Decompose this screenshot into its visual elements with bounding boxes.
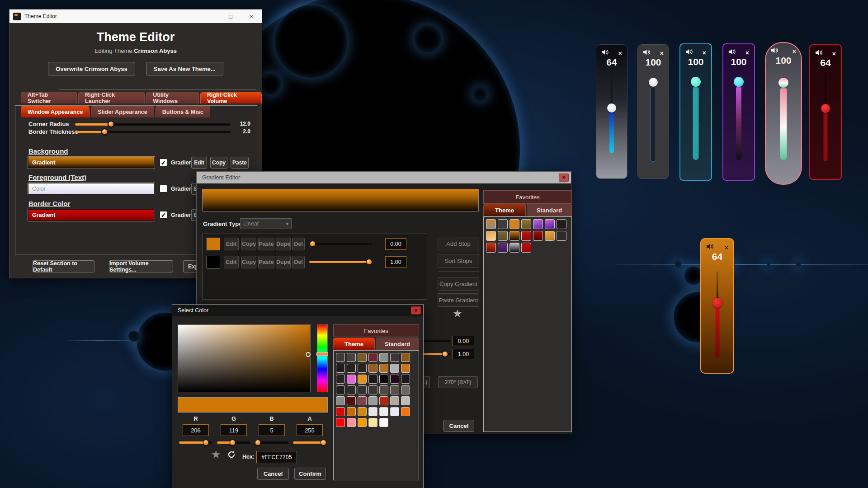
stop-offset-value[interactable]: 0.00 [385, 238, 406, 250]
color-favorite-swatch[interactable] [401, 385, 410, 394]
color-favorite-swatch[interactable] [401, 364, 410, 373]
color-favorite-swatch[interactable] [347, 353, 356, 362]
color-favorite-swatch[interactable] [379, 418, 388, 427]
color-favorite-swatch[interactable] [401, 353, 410, 362]
color-favorite-swatch[interactable] [368, 407, 377, 416]
color-favorite-swatch[interactable] [347, 385, 356, 394]
close-icon[interactable]: × [793, 48, 796, 55]
slider-handle[interactable] [255, 440, 261, 446]
color-favorite-swatch[interactable] [358, 375, 367, 384]
volume-pill-5[interactable]: ×100 [765, 42, 802, 185]
color-favorite-swatch[interactable] [336, 353, 345, 362]
color-favorite-swatch[interactable] [336, 364, 345, 373]
copy-button[interactable]: Copy [241, 238, 256, 250]
del-button[interactable]: Del [292, 256, 305, 268]
color-favorite-swatch[interactable] [379, 375, 388, 384]
color-favorite-swatch[interactable] [368, 353, 377, 362]
favorites-tab-standard[interactable]: Standard [376, 338, 419, 350]
paste-gradient-button[interactable]: Paste Gradient [438, 293, 479, 307]
gradient-favorite-swatch[interactable] [486, 243, 496, 253]
titlebar[interactable]: Select Color × [172, 305, 423, 316]
channel-slider[interactable] [217, 441, 250, 444]
channel-slider[interactable] [255, 441, 288, 444]
gradient-checkbox[interactable]: ✓ [160, 211, 167, 219]
save-as-new-theme-button[interactable]: Save As New Theme... [146, 62, 223, 75]
gradient-favorite-swatch[interactable] [521, 219, 531, 229]
speaker-icon[interactable] [815, 49, 823, 58]
color-favorite-swatch[interactable] [379, 353, 388, 362]
hue-handle[interactable] [316, 352, 328, 356]
confirm-button[interactable]: Confirm [294, 468, 326, 480]
cancel-button[interactable]: Cancel [257, 468, 289, 480]
saturation-value-picker[interactable] [178, 324, 311, 392]
gradient-favorite-swatch[interactable] [533, 231, 543, 241]
favorite-star-icon[interactable]: ★ [211, 448, 221, 461]
direction-button-270-b-t[interactable]: 270° (B>T) [438, 376, 478, 388]
close-icon[interactable]: × [411, 306, 421, 314]
speaker-icon[interactable] [601, 49, 609, 57]
slider-handle[interactable] [101, 128, 108, 135]
favorites-tab-standard[interactable]: Standard [527, 204, 572, 216]
slider-handle[interactable] [108, 121, 114, 127]
slider-handle[interactable] [442, 351, 448, 357]
speaker-icon[interactable] [685, 48, 693, 57]
favorite-star-icon[interactable]: ★ [453, 307, 462, 320]
color-favorite-swatch[interactable] [347, 375, 356, 384]
subtab-window-appearance[interactable]: Window Appearance [21, 106, 90, 117]
color-favorite-swatch[interactable] [336, 385, 345, 394]
color-favorite-swatch[interactable] [401, 407, 410, 416]
slider-handle[interactable] [366, 259, 372, 265]
titlebar[interactable]: Theme Editor – □ × [9, 9, 262, 23]
color-favorite-swatch[interactable] [390, 396, 399, 405]
gradient-checkbox[interactable] [160, 185, 167, 192]
close-icon[interactable]: × [745, 50, 749, 56]
gradient-type-select[interactable]: Linear ▾ [240, 218, 292, 229]
color-favorite-swatch[interactable] [390, 364, 399, 373]
subtab-buttons-misc[interactable]: Buttons & Misc [156, 106, 210, 117]
slider-handle[interactable] [321, 440, 326, 446]
channel-value-input[interactable]: 255 [297, 424, 323, 436]
color-favorite-swatch[interactable] [379, 364, 388, 373]
gradient-favorite-swatch[interactable] [498, 231, 508, 241]
slider-handle[interactable] [821, 104, 830, 113]
color-picker-cursor[interactable] [306, 352, 311, 357]
slider-handle[interactable] [310, 241, 316, 247]
copy-button[interactable]: Copy [210, 157, 227, 169]
close-icon[interactable]: × [241, 9, 262, 23]
color-favorite-swatch[interactable] [358, 385, 367, 394]
gradient-favorite-swatch[interactable] [486, 231, 496, 241]
color-favorite-swatch[interactable] [358, 353, 367, 362]
speaker-icon[interactable] [771, 47, 778, 56]
speaker-icon[interactable] [706, 243, 714, 252]
hue-strip[interactable] [317, 324, 328, 392]
offset-value[interactable]: 0.00 [453, 336, 474, 346]
color-favorite-swatch[interactable] [379, 385, 388, 394]
close-icon[interactable]: × [725, 244, 728, 251]
tab-right-click-volume[interactable]: Right-Click Volume [200, 92, 262, 103]
del-button[interactable]: Del [292, 238, 305, 250]
gradient-favorite-swatch[interactable] [545, 231, 555, 241]
gradient-favorite-swatch[interactable] [509, 219, 519, 229]
close-icon[interactable]: × [703, 50, 706, 56]
add-stop-button[interactable]: Add Stop [438, 237, 479, 250]
color-favorite-swatch[interactable] [358, 364, 367, 373]
color-favorite-swatch[interactable] [390, 407, 399, 416]
slider-handle[interactable] [712, 298, 722, 308]
color-favorite-swatch[interactable] [336, 375, 345, 384]
favorites-tab-theme[interactable]: Theme [483, 204, 526, 216]
channel-slider[interactable] [179, 441, 212, 444]
color-favorite-swatch[interactable] [358, 396, 367, 405]
hex-input[interactable]: #FFCE7705 [256, 451, 297, 463]
edit-button[interactable]: Edit [224, 256, 239, 268]
channel-value-input[interactable]: 119 [221, 424, 247, 436]
minimize-icon[interactable]: – [199, 9, 220, 23]
slider-handle[interactable] [778, 78, 788, 88]
paste-button[interactable]: Paste [231, 157, 249, 169]
gradient-favorite-swatch[interactable] [521, 243, 531, 253]
slider-handle[interactable] [691, 77, 701, 87]
color-favorite-swatch[interactable] [336, 396, 345, 405]
gradient-favorite-swatch[interactable] [498, 243, 508, 253]
refresh-icon[interactable] [226, 450, 236, 461]
dupe-button[interactable]: Dupe [276, 256, 291, 268]
stop-color-swatch[interactable] [207, 238, 220, 250]
